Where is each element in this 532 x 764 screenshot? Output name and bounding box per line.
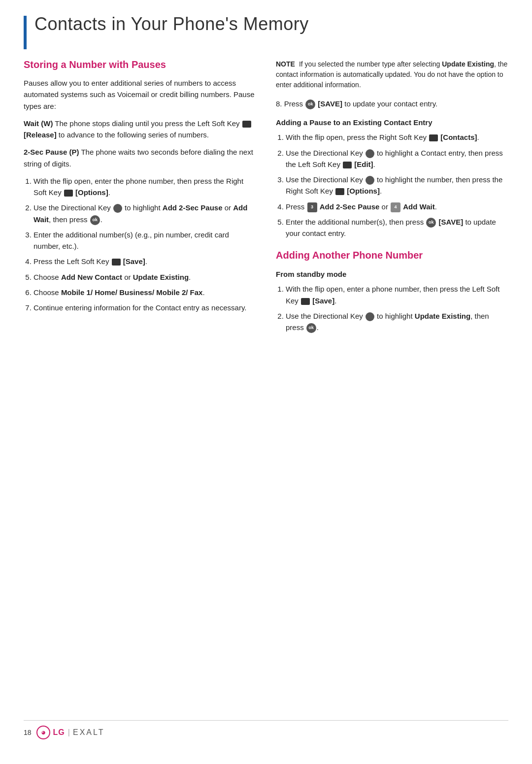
bottom-bar: 18 ◕ LG | EXALT — [24, 720, 508, 739]
left-step-3: Enter the additional number(s) (e.g., pi… — [33, 229, 256, 252]
ok-key-icon-1: ok — [90, 215, 100, 225]
standby-steps: With the flip open, enter a phone number… — [286, 283, 508, 333]
add-pause-key-icon: 3 — [307, 202, 317, 212]
lg-circle-icon: ◕ — [36, 726, 50, 739]
page-title: Contacts in Your Phone's Memory — [34, 14, 309, 34]
left-soft-key-icon-1 — [112, 259, 121, 266]
directional-key-icon-3 — [366, 176, 374, 185]
left-step-5: Choose Add New Contact or Update Existin… — [33, 271, 256, 283]
note-text: If you selected the number type after se… — [276, 60, 507, 89]
wait-label: Wait (W) — [24, 119, 53, 128]
left-column: Storing a Number with Pauses Pauses allo… — [24, 59, 256, 339]
directional-key-icon-2 — [366, 149, 374, 158]
release-icon — [242, 121, 251, 128]
right-soft-key-icon-2 — [429, 134, 438, 141]
ok-key-icon-3: ok — [426, 218, 436, 228]
pause-step-3: Use the Directional Key to highlight the… — [286, 174, 508, 197]
add-wait-key-icon: 4 — [391, 202, 400, 212]
page-container: Contacts in Your Phone's Memory Storing … — [0, 0, 532, 764]
pause-step-2: Use the Directional Key to highlight a C… — [286, 147, 508, 170]
adding-pause-title: Adding a Pause to an Existing Contact En… — [276, 118, 508, 127]
left-steps-list: With the flip open, enter the phone numb… — [33, 175, 256, 314]
from-standby-subtitle: From standby mode — [276, 270, 508, 278]
left-step-4: Press the Left Soft Key [Save]. — [33, 256, 256, 267]
right-soft-key-icon-3 — [335, 188, 344, 195]
product-name: EXALT — [73, 728, 105, 737]
left-soft-key-icon-2 — [343, 162, 352, 168]
right-column: NOTE If you selected the number type aft… — [276, 59, 508, 339]
left-step-2: Use the Directional Key to highlight Add… — [33, 202, 256, 225]
adding-pause-steps: With the flip open, press the Right Soft… — [286, 132, 508, 239]
pause-paragraph: 2-Sec Pause (P) The phone waits two seco… — [24, 146, 256, 169]
pause-step-4: Press 3 Add 2-Sec Pause or 4 Add Wait. — [286, 201, 508, 212]
pause-step-5: Enter the additional number(s), then pre… — [286, 216, 508, 239]
ok-key-icon-2: ok — [305, 100, 315, 109]
brand-logo: ◕ LG | EXALT — [36, 726, 105, 739]
pause-step-1: With the flip open, press the Right Soft… — [286, 132, 508, 143]
directional-key-icon-4 — [366, 312, 374, 321]
intro-paragraph: Pauses allow you to enter additional ser… — [24, 77, 256, 112]
left-step-7: Continue entering information for the Co… — [33, 302, 256, 313]
left-soft-key-icon-3 — [301, 298, 310, 305]
adding-number-title: Adding Another Phone Number — [276, 250, 508, 261]
brand-name: LG — [53, 728, 65, 737]
wait-paragraph: Wait (W) The phone stops dialing until y… — [24, 118, 256, 141]
divider: | — [68, 728, 70, 737]
content-area: Storing a Number with Pauses Pauses allo… — [24, 59, 508, 339]
note-label: NOTE — [276, 60, 295, 68]
pause-label: 2-Sec Pause (P) — [24, 148, 79, 156]
right-step-8: 8. Press ok [SAVE] to update your contac… — [276, 98, 508, 109]
standby-step-2: Use the Directional Key to highlight Upd… — [286, 310, 508, 333]
left-accent-bar — [24, 16, 27, 49]
standby-step-1: With the flip open, enter a phone number… — [286, 283, 508, 306]
left-step-1: With the flip open, enter the phone numb… — [33, 175, 256, 199]
page-number: 18 — [24, 729, 32, 736]
storing-section-title: Storing a Number with Pauses — [24, 59, 256, 70]
ok-key-icon-4: ok — [306, 323, 316, 333]
right-soft-key-icon-1 — [64, 190, 73, 197]
directional-key-icon-1 — [113, 204, 122, 213]
left-step-6: Choose Mobile 1/ Home/ Business/ Mobile … — [33, 287, 256, 298]
note-box: NOTE If you selected the number type aft… — [276, 59, 508, 90]
